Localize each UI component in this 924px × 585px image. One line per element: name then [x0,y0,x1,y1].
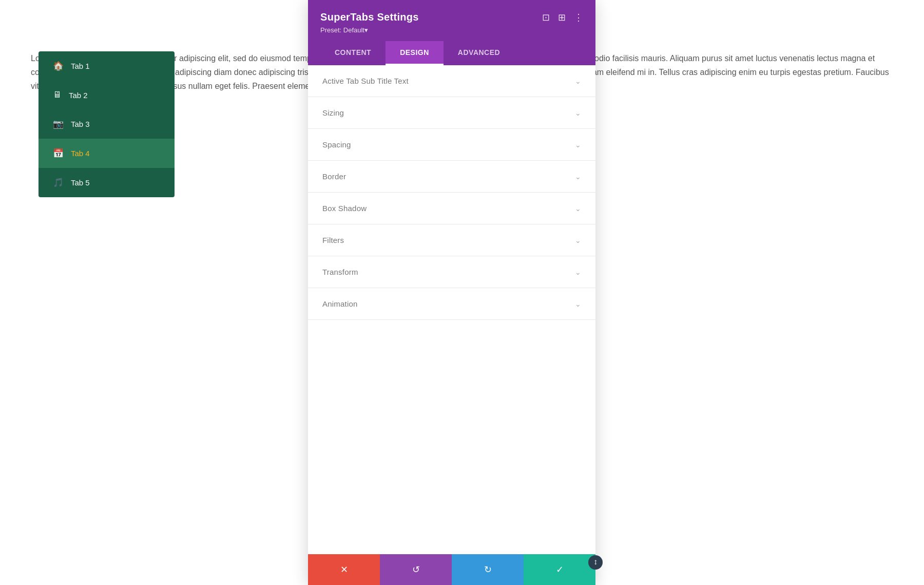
undo-button[interactable]: ↺ [380,554,452,585]
chevron-down-icon: ⌄ [575,268,581,276]
more-icon[interactable]: ⋮ [574,12,583,23]
panel-tab-content[interactable]: Content [320,41,386,65]
chevron-down-icon: ⌄ [575,236,581,244]
chevron-down-icon: ⌄ [575,173,581,181]
chevron-down-icon: ⌄ [575,300,581,308]
resize-handle[interactable]: ⤡ [588,555,603,570]
redo-button[interactable]: ↻ [452,554,524,585]
panel-actions: ✕ ↺ ↻ ✓ [308,554,595,585]
accordion-item-filters: Filters⌄ [308,224,595,256]
accordion-header-spacing[interactable]: Spacing⌄ [308,129,595,160]
accordion-title-spacing: Spacing [322,140,351,149]
tab-label-tab2: Tab 2 [69,91,88,100]
panel-title: SuperTabs Settings [320,11,419,23]
chevron-down-icon: ⌄ [575,77,581,85]
accordion-title-active-tab-sub-title: Active Tab Sub Title Text [322,77,409,85]
tab-icon-tab3: 📷 [53,119,64,129]
tab-widget: 🏠 Tab 1 🖥 Tab 2 📷 Tab 3 📅 Tab 4 🎵 Tab 5 [38,51,175,197]
undo-icon: ↺ [412,564,420,575]
accordion-header-active-tab-sub-title[interactable]: Active Tab Sub Title Text⌄ [308,65,595,97]
cancel-icon: ✕ [340,564,348,575]
save-icon: ✓ [556,564,564,575]
accordion-title-box-shadow: Box Shadow [322,204,367,213]
accordion-title-border: Border [322,172,346,181]
accordion-title-transform: Transform [322,268,358,276]
tab-item-tab3[interactable]: 📷 Tab 3 [38,109,175,139]
accordion-item-active-tab-sub-title: Active Tab Sub Title Text⌄ [308,65,595,97]
accordion-item-transform: Transform⌄ [308,256,595,288]
tab-icon-tab2: 🖥 [53,90,62,100]
focus-icon[interactable]: ⊡ [542,12,550,23]
cancel-button[interactable]: ✕ [308,554,380,585]
panel-header: SuperTabs Settings ⊡ ⊞ ⋮ Preset: Default… [308,0,595,65]
tab-icon-tab4: 📅 [53,148,64,159]
save-button[interactable]: ✓ [524,554,595,585]
accordion-item-box-shadow: Box Shadow⌄ [308,193,595,224]
tab-item-tab2[interactable]: 🖥 Tab 2 [38,81,175,109]
panel-title-row: SuperTabs Settings ⊡ ⊞ ⋮ [320,11,583,23]
tab-item-tab5[interactable]: 🎵 Tab 5 [38,168,175,197]
tab-item-tab4[interactable]: 📅 Tab 4 [38,139,175,168]
tab-item-tab1[interactable]: 🏠 Tab 1 [38,51,175,81]
accordion-item-sizing: Sizing⌄ [308,97,595,129]
accordion-header-animation[interactable]: Animation⌄ [308,288,595,319]
accordion-header-transform[interactable]: Transform⌄ [308,256,595,288]
accordion-header-filters[interactable]: Filters⌄ [308,224,595,256]
redo-icon: ↻ [484,564,492,575]
accordion-header-sizing[interactable]: Sizing⌄ [308,97,595,128]
tab-label-tab4: Tab 4 [71,149,90,158]
accordion-header-border[interactable]: Border⌄ [308,161,595,192]
accordion-item-animation: Animation⌄ [308,288,595,320]
tab-icon-tab1: 🏠 [53,61,64,71]
chevron-down-icon: ⌄ [575,141,581,149]
accordion-title-filters: Filters [322,236,344,244]
accordion-title-sizing: Sizing [322,108,344,117]
panel-tabs: ContentDesignAdvanced [320,41,583,65]
settings-panel: SuperTabs Settings ⊡ ⊞ ⋮ Preset: Default… [308,0,595,585]
panel-tab-design[interactable]: Design [386,41,444,65]
accordion-header-box-shadow[interactable]: Box Shadow⌄ [308,193,595,224]
chevron-down-icon: ⌄ [575,109,581,117]
resize-icon: ⤡ [591,558,600,567]
chevron-down-icon: ⌄ [575,204,581,213]
tab-icon-tab5: 🎵 [53,177,64,188]
panel-header-icons: ⊡ ⊞ ⋮ [542,12,583,23]
tab-label-tab3: Tab 3 [71,120,90,128]
panel-preset[interactable]: Preset: Default▾ [320,26,583,34]
columns-icon[interactable]: ⊞ [558,12,566,23]
accordion-item-spacing: Spacing⌄ [308,129,595,161]
panel-tab-advanced[interactable]: Advanced [444,41,514,65]
accordion-item-border: Border⌄ [308,161,595,193]
tab-label-tab5: Tab 5 [71,178,90,187]
accordion-container: Active Tab Sub Title Text⌄Sizing⌄Spacing… [308,65,595,554]
tab-label-tab1: Tab 1 [71,62,90,70]
accordion-title-animation: Animation [322,299,358,308]
